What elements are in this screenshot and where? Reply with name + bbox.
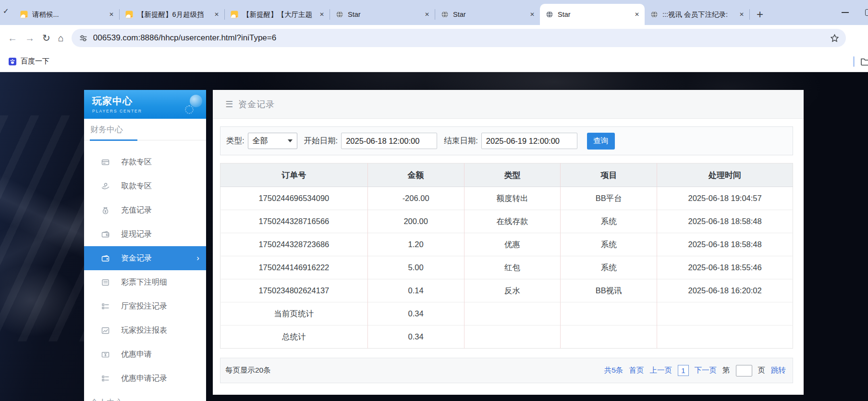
table-cell: 1.20 xyxy=(367,233,464,256)
jump-page-input[interactable] xyxy=(736,365,752,376)
tab-title: 【新提醒】【大厅主题 xyxy=(243,10,315,19)
forward-icon[interactable]: → xyxy=(25,33,35,43)
minimize-button[interactable] xyxy=(842,12,849,13)
bookmark-star-icon[interactable] xyxy=(830,34,839,43)
hall-bet-icon xyxy=(101,302,110,311)
sidebar-item-funds-record[interactable]: 资金记录› xyxy=(84,246,206,270)
site-info-icon[interactable] xyxy=(79,34,87,42)
player-report-icon xyxy=(101,326,110,335)
funds-record-icon xyxy=(101,254,110,263)
sidebar-section-finance[interactable]: 财务中心 xyxy=(84,119,206,140)
tab-close-icon[interactable]: ✕ xyxy=(213,11,220,18)
browser-tab[interactable]: 【新提醒】6月超级挡✕ xyxy=(120,4,224,25)
sidebar-item-label: 优惠申请记录 xyxy=(121,374,167,384)
sidebar: 玩家中心 PLAYERS CENTER 财务中心 存款专区取款专区充值记录提现记… xyxy=(84,90,206,401)
sidebar-item-recharge-bag[interactable]: 充值记录 xyxy=(84,198,206,222)
table-cell: 2025-06-18 18:58:48 xyxy=(657,233,793,256)
browser-tab[interactable]: Star✕ xyxy=(435,4,540,25)
tab-title: Star xyxy=(348,11,420,18)
table-cell: 系统 xyxy=(561,256,657,279)
tab-title: 请稍候... xyxy=(32,10,105,19)
table-header-cell: 类型 xyxy=(464,163,561,187)
end-date-label: 结束日期: xyxy=(444,136,478,146)
table-cell: 2025-06-18 18:55:46 xyxy=(657,256,793,279)
total-count-text: 共5条 xyxy=(604,365,623,376)
next-page-link[interactable]: 下一页 xyxy=(695,365,717,376)
type-label: 类型: xyxy=(226,136,245,146)
table-cell: 1750234802624137 xyxy=(220,279,368,302)
tab-strip: ✓ 请稍候...✕【新提醒】6月超级挡✕【新提醒】【大厅主题✕Star✕Star… xyxy=(0,0,868,25)
sidebar-item-label: 厅室投注记录 xyxy=(121,301,167,312)
sidebar-item-label: 资金记录 xyxy=(121,253,152,263)
withdrawal-record-icon xyxy=(101,230,110,238)
table-cell: 1750244146916222 xyxy=(220,256,368,279)
table-cell: 2025-06-18 18:58:48 xyxy=(657,210,793,233)
pagination-bar: 每页显示20条 共5条 首页 上一页 1 下一页 第 页 跳转 xyxy=(220,358,793,383)
sidebar-item-withdraw-hand[interactable]: 取款专区 xyxy=(84,174,206,198)
tab-list: 请稍候...✕【新提醒】6月超级挡✕【新提醒】【大厅主题✕Star✕Star✕S… xyxy=(14,0,750,25)
home-icon[interactable]: ⌂ xyxy=(58,33,64,43)
browser-tab[interactable]: Star✕ xyxy=(330,4,435,25)
sidebar-item-label: 存款专区 xyxy=(121,157,152,167)
window-check-icon: ✓ xyxy=(3,7,9,15)
table-cell: 系统 xyxy=(561,210,657,233)
type-select[interactable]: 全部 xyxy=(248,133,297,149)
sidebar-item-promo-apply[interactable]: 优惠申请 xyxy=(84,342,206,366)
mail-favicon-icon xyxy=(231,11,238,18)
tab-title: :::视讯 会员下注纪录: xyxy=(662,10,735,19)
sidebar-item-hall-bet[interactable]: 厅室投注记录 xyxy=(84,294,206,318)
sidebar-item-player-report[interactable]: 玩家投注报表 xyxy=(84,318,206,342)
prev-page-link[interactable]: 上一页 xyxy=(649,365,672,376)
sidebar-menu: 存款专区取款专区充值记录提现记录资金记录›彩票下注明细厅室投注记录玩家投注报表优… xyxy=(84,140,206,390)
tab-close-icon[interactable]: ✕ xyxy=(738,11,746,18)
current-page-badge: 1 xyxy=(678,365,689,376)
tab-close-icon[interactable]: ✕ xyxy=(318,11,326,18)
end-date-input[interactable]: 2025-06-19 12:00:00 xyxy=(481,133,577,149)
start-date-input[interactable]: 2025-06-18 12:00:00 xyxy=(341,133,437,149)
table-cell: 1750244696534090 xyxy=(220,187,368,210)
search-button[interactable]: 查询 xyxy=(587,133,615,150)
tab-close-icon[interactable]: ✕ xyxy=(633,11,641,18)
new-tab-button[interactable]: + xyxy=(757,9,763,20)
browser-tab[interactable]: :::视讯 会员下注纪录:✕ xyxy=(645,4,749,25)
table-cell: 2025-06-18 19:04:57 xyxy=(657,187,793,210)
table-cell xyxy=(657,326,793,349)
tab-close-icon[interactable]: ✕ xyxy=(423,11,431,18)
url-text[interactable]: 006539.com:8886/hhcp/usercenter.html?ini… xyxy=(93,33,830,43)
maximize-button[interactable] xyxy=(865,9,868,16)
browser-tab[interactable]: Star✕ xyxy=(540,4,645,25)
sidebar-item-withdrawal-record[interactable]: 提现记录 xyxy=(84,222,206,246)
sidebar-item-lottery-detail[interactable]: 彩票下注明细 xyxy=(84,270,206,294)
bookmark-divider xyxy=(853,56,855,67)
browser-tab[interactable]: 【新提醒】【大厅主题✕ xyxy=(225,4,330,25)
table-cell: 0.14 xyxy=(367,279,464,302)
sidebar-header: 玩家中心 PLAYERS CENTER xyxy=(84,90,206,119)
table-cell: 优惠 xyxy=(464,233,561,256)
other-bookmarks-folder-icon[interactable] xyxy=(860,57,868,66)
bookmark-baidu[interactable]: 百度一下 xyxy=(9,57,49,66)
jump-suffix-label: 页 xyxy=(758,365,766,376)
table-cell: 1750244328716566 xyxy=(220,210,368,233)
tab-close-icon[interactable]: ✕ xyxy=(528,11,536,18)
hamburger-icon: ☰ xyxy=(225,99,233,110)
tab-close-icon[interactable]: ✕ xyxy=(108,11,115,18)
table-cell: BB平台 xyxy=(561,187,657,210)
first-page-link[interactable]: 首页 xyxy=(629,365,644,376)
sidebar-item-label: 提现记录 xyxy=(121,229,152,239)
address-bar[interactable]: 006539.com:8886/hhcp/usercenter.html?ini… xyxy=(72,29,846,47)
reload-icon[interactable]: ↻ xyxy=(42,33,50,43)
table-cell: 0.34 xyxy=(367,302,464,326)
back-icon[interactable]: ← xyxy=(8,33,17,43)
tab-title: Star xyxy=(453,11,526,18)
browser-tab[interactable]: 请稍候...✕ xyxy=(14,4,119,25)
table-cell: 5.00 xyxy=(367,256,464,279)
jump-button[interactable]: 跳转 xyxy=(771,365,786,376)
table-cell xyxy=(561,326,657,349)
sidebar-item-label: 优惠申请 xyxy=(121,350,152,360)
table-row: 17502348026241370.14反水BB视讯2025-06-18 16:… xyxy=(220,279,793,302)
ball-decoration-icon xyxy=(190,95,202,107)
sidebar-item-label: 取款专区 xyxy=(121,181,152,191)
sidebar-item-label: 玩家投注报表 xyxy=(121,326,167,336)
sidebar-item-deposit-card[interactable]: 存款专区 xyxy=(84,150,206,174)
sidebar-item-promo-record[interactable]: 优惠申请记录 xyxy=(84,366,206,390)
